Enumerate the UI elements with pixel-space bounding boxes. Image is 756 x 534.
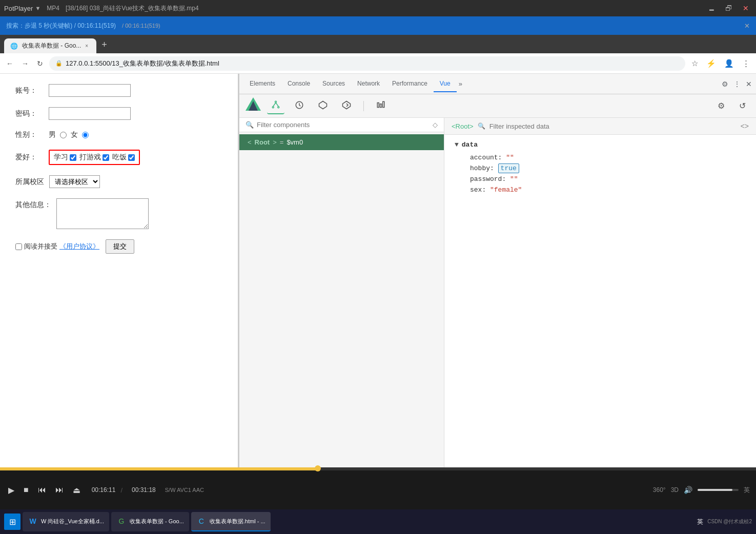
account-value: "" [506, 154, 514, 161]
password-value: "" [510, 175, 518, 183]
svg-marker-9 [343, 101, 351, 109]
tab-sources[interactable]: Sources [316, 76, 351, 92]
other-textarea[interactable] [56, 198, 149, 229]
password-input[interactable] [49, 107, 131, 120]
more-tabs-btn[interactable]: » [459, 80, 462, 88]
gender-female-radio[interactable] [82, 132, 89, 138]
hobby-value: true [498, 163, 519, 173]
filter-components-input[interactable] [257, 121, 433, 129]
settings-icon[interactable]: ⚙ [722, 80, 728, 88]
taskbar-vscode-label: 收集表单数据.html - ... [210, 518, 265, 525]
tab-close-btn[interactable]: × [85, 43, 88, 49]
app-name[interactable]: PotPlayer ▼ [4, 5, 40, 12]
search-close-btn[interactable]: ✕ [744, 22, 750, 30]
close-devtools-btn[interactable]: ✕ [746, 80, 752, 88]
svg-line-5 [273, 102, 276, 107]
vue-refresh-btn[interactable]: ↺ [735, 99, 750, 113]
url-bar[interactable]: 🔒 127.0.0.1:5500/13_收集表单数据/收集表单数据.html [49, 56, 685, 71]
hobby-study-checkbox[interactable] [70, 154, 76, 161]
taskbar-clock: 英 [697, 518, 703, 526]
volume-icon[interactable]: 🔊 [684, 486, 692, 494]
agree-row: 阅读并接受 《用户协议》 [15, 242, 99, 251]
devtools-panel: Elements Console Sources Network Perform… [238, 74, 756, 496]
vuex-btn[interactable] [314, 98, 332, 114]
time-separator: / [120, 486, 122, 494]
tab-console[interactable]: Console [281, 76, 316, 92]
root-component[interactable]: < Root > = $vm0 [239, 134, 444, 150]
next-btn[interactable]: ⏭ [53, 483, 66, 497]
root-tag-name: Root [255, 138, 270, 146]
volume-bar[interactable] [698, 489, 739, 491]
vue-settings-btn[interactable]: ⚙ [713, 99, 729, 113]
browser-tab-bar: 🌐 收集表单数据 - Goo... × + [0, 35, 756, 53]
user-agreement-link[interactable]: 《用户协议》 [59, 242, 99, 251]
close-btn[interactable]: ✕ [740, 3, 752, 13]
hobby-gaming-label: 打游戏 [79, 153, 101, 162]
campus-select[interactable]: 请选择校区 北京 上海 深圳 武汉 [49, 175, 100, 188]
play-btn[interactable]: ▶ [6, 483, 16, 497]
gender-label: 性别： [15, 130, 44, 139]
menu-icon[interactable]: ⋮ [740, 57, 752, 70]
inspector-code-btn[interactable]: <> [741, 122, 749, 130]
extensions-icon[interactable]: ⚡ [704, 57, 718, 70]
inspector-header: <Root> 🔍 <> [444, 118, 756, 135]
collapse-triangle[interactable]: ▼ [455, 141, 459, 149]
account-row: 账号： [15, 84, 222, 97]
stop-btn[interactable]: ■ [22, 483, 31, 497]
root-vm: $vm0 [287, 138, 303, 146]
taskbar-item-google[interactable]: G 收集表单数据 - Goo... [111, 512, 189, 531]
devtools-body: 🔍 ◇ < Root > = $vm0 [239, 118, 756, 496]
gender-female-label: 女 [71, 130, 78, 139]
start-btn[interactable]: ⊞ [4, 514, 21, 530]
gender-male-label: 男 [49, 130, 56, 139]
url-text: 127.0.0.1:5500/13_收集表单数据/收集表单数据.html [66, 59, 219, 68]
prev-btn[interactable]: ⏮ [36, 483, 48, 497]
hobby-eating-checkbox[interactable] [128, 154, 135, 161]
tab-performance[interactable]: Performance [386, 76, 434, 92]
refresh-btn[interactable]: ↻ [35, 57, 45, 70]
tab-elements[interactable]: Elements [243, 76, 281, 92]
profile-icon[interactable]: 👤 [722, 57, 736, 70]
vscode-icon: C [196, 516, 207, 526]
other-row: 其他信息： [15, 198, 222, 229]
hobby-gaming-checkbox[interactable] [103, 154, 109, 161]
data-section-header: ▼ data [455, 141, 746, 149]
hobby-eating-label: 吃饭 [112, 153, 127, 162]
hobby-eating: 吃饭 [112, 153, 135, 162]
tab-vue[interactable]: Vue [434, 76, 457, 92]
restore-btn[interactable]: 🗗 [722, 3, 735, 13]
new-tab-btn[interactable]: + [96, 36, 112, 53]
media-current-time: 00:16:11 [92, 486, 116, 494]
progress-bar[interactable] [0, 467, 756, 470]
svg-rect-11 [380, 104, 382, 107]
title-format: MP4 [47, 5, 59, 12]
timeline-btn[interactable] [372, 98, 390, 114]
tab-network[interactable]: Network [351, 76, 386, 92]
data-section-label: data [462, 141, 478, 149]
inspector-data: ▼ data account: "" hobby: true [444, 135, 756, 203]
gender-male-radio[interactable] [60, 132, 67, 138]
filter-settings-icon[interactable]: ◇ [433, 121, 438, 129]
taskbar-item-vscode[interactable]: C 收集表单数据.html - ... [191, 512, 271, 531]
filter-inspected-input[interactable] [489, 122, 737, 130]
bookmark-icon[interactable]: ☆ [689, 57, 700, 70]
svg-marker-8 [319, 101, 327, 109]
svg-point-3 [272, 106, 274, 108]
agree-checkbox[interactable] [15, 243, 22, 250]
more-options-icon[interactable]: ⋮ [733, 80, 741, 88]
forward-btn[interactable]: → [19, 57, 31, 70]
back-btn[interactable]: ← [4, 57, 15, 70]
minimize-btn[interactable]: 🗕 [705, 3, 718, 13]
campus-row: 所属校区 请选择校区 北京 上海 深圳 武汉 [15, 175, 222, 188]
performance-btn[interactable] [291, 98, 308, 114]
taskbar-item-word[interactable]: W W 尚硅谷_Vue全家桶.d... [23, 512, 109, 531]
account-input[interactable] [49, 84, 131, 97]
component-tree-btn[interactable] [267, 98, 284, 114]
eject-btn[interactable]: ⏏ [71, 483, 83, 497]
router-btn[interactable] [338, 98, 355, 114]
browser-tab-active[interactable]: 🌐 收集表单数据 - Goo... × [4, 38, 96, 53]
submit-button[interactable]: 提交 [106, 239, 134, 254]
hobby-group: 学习 打游戏 吃饭 [49, 150, 140, 165]
toolbar-divider [363, 101, 364, 111]
devtools-action-icons: ⚙ ⋮ ✕ [722, 80, 752, 88]
